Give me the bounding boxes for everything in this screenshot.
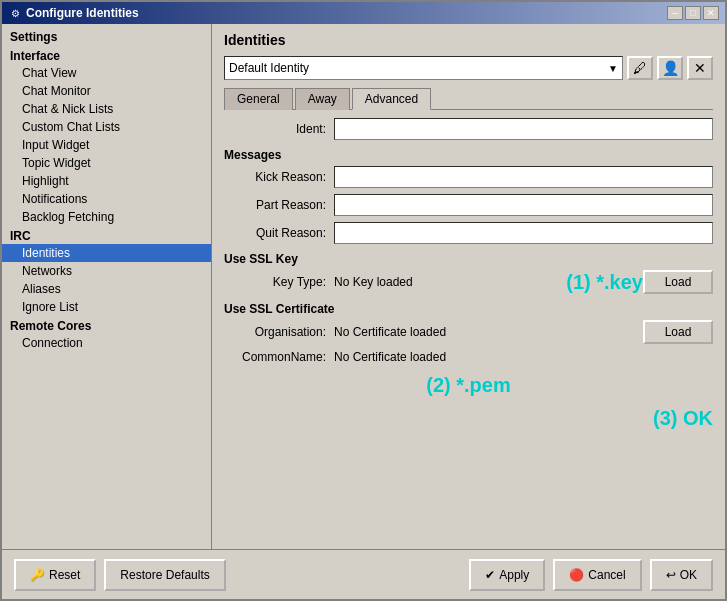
annotation3-row: (3) OK [224,401,713,436]
sidebar-item-highlight[interactable]: Highlight [2,172,211,190]
key-type-label: Key Type: [224,275,334,289]
window-title: Configure Identities [26,6,139,20]
identity-dropdown-value: Default Identity [229,61,309,75]
common-name-value: No Certificate loaded [334,350,713,364]
organisation-label: Organisation: [224,325,334,339]
main-window: ⚙ Configure Identities ─ □ ✕ Settings In… [0,0,727,601]
title-bar-left: ⚙ Configure Identities [8,6,139,20]
dropdown-arrow-icon: ▼ [608,63,618,74]
maximize-button[interactable]: □ [685,6,701,20]
tabs: General Away Advanced [224,88,713,110]
restore-label: Restore Defaults [120,568,209,582]
apply-icon: ✔ [485,568,495,582]
quit-reason-label: Quit Reason: [224,226,334,240]
remote-cores-section: Remote Cores [2,316,211,334]
load-key-button[interactable]: Load [643,270,713,294]
sidebar-item-custom-chat-lists[interactable]: Custom Chat Lists [2,118,211,136]
form-area: Ident: Messages Kick Reason: Part Reason… [224,118,713,541]
cancel-icon: 🔴 [569,568,584,582]
ident-row: Ident: [224,118,713,140]
sidebar-item-networks[interactable]: Networks [2,262,211,280]
annotation3: (3) OK [653,407,713,430]
kick-reason-row: Kick Reason: [224,166,713,188]
messages-section-title: Messages [224,148,713,162]
restore-defaults-button[interactable]: Restore Defaults [104,559,225,591]
organisation-row: Organisation: No Certificate loaded Load [224,320,713,344]
sidebar-item-notifications[interactable]: Notifications [2,190,211,208]
sidebar-item-ignore-list[interactable]: Ignore List [2,298,211,316]
cancel-label: Cancel [588,568,625,582]
common-name-label: CommonName: [224,350,334,364]
kick-reason-input[interactable] [334,166,713,188]
tab-away[interactable]: Away [295,88,350,110]
settings-label: Settings [2,28,211,46]
annotation1: (1) *.key [566,271,643,294]
ok-button[interactable]: ↩ OK [650,559,713,591]
reset-icon: 🔑 [30,568,45,582]
apply-label: Apply [499,568,529,582]
ident-label: Ident: [224,122,334,136]
cancel-button[interactable]: 🔴 Cancel [553,559,641,591]
part-reason-input[interactable] [334,194,713,216]
quit-reason-input[interactable] [334,222,713,244]
delete-identity-button[interactable]: ✕ [687,56,713,80]
irc-section: IRC [2,226,211,244]
reset-label: Reset [49,568,80,582]
sidebar-item-connection[interactable]: Connection [2,334,211,352]
annotation2: (2) *.pem [426,374,510,397]
ssl-key-section-title: Use SSL Key [224,252,713,266]
organisation-value: No Certificate loaded [334,325,643,339]
interface-section: Interface [2,46,211,64]
apply-button[interactable]: ✔ Apply [469,559,545,591]
content-area: Identities Default Identity ▼ 🖊 👤 ✕ Gene… [212,24,725,549]
sidebar-item-topic-widget[interactable]: Topic Widget [2,154,211,172]
sidebar-item-chat-monitor[interactable]: Chat Monitor [2,82,211,100]
key-type-value: No Key loaded [334,275,566,289]
load-cert-button[interactable]: Load [643,320,713,344]
sidebar: Settings Interface Chat View Chat Monito… [2,24,212,549]
tab-general[interactable]: General [224,88,293,110]
ssl-cert-section-title: Use SSL Certificate [224,302,713,316]
sidebar-item-chat-nick-lists[interactable]: Chat & Nick Lists [2,100,211,118]
sidebar-item-input-widget[interactable]: Input Widget [2,136,211,154]
window-body: Settings Interface Chat View Chat Monito… [2,24,725,549]
bottom-bar: 🔑 Reset Restore Defaults ✔ Apply 🔴 Cance… [2,549,725,599]
sidebar-item-aliases[interactable]: Aliases [2,280,211,298]
app-icon: ⚙ [8,6,22,20]
kick-reason-label: Kick Reason: [224,170,334,184]
common-name-row: CommonName: No Certificate loaded [224,350,713,364]
title-buttons: ─ □ ✕ [667,6,719,20]
part-reason-row: Part Reason: [224,194,713,216]
sidebar-item-identities[interactable]: Identities [2,244,211,262]
annotation2-row: (2) *.pem [224,370,713,401]
tab-advanced[interactable]: Advanced [352,88,431,110]
sidebar-item-chat-view[interactable]: Chat View [2,64,211,82]
close-button[interactable]: ✕ [703,6,719,20]
identity-row: Default Identity ▼ 🖊 👤 ✕ [224,56,713,80]
reset-button[interactable]: 🔑 Reset [14,559,96,591]
content-title: Identities [224,32,713,48]
part-reason-label: Part Reason: [224,198,334,212]
ok-icon: ↩ [666,568,676,582]
add-identity-button[interactable]: 👤 [657,56,683,80]
edit-identity-button[interactable]: 🖊 [627,56,653,80]
identity-dropdown[interactable]: Default Identity ▼ [224,56,623,80]
ident-input[interactable] [334,118,713,140]
key-type-row: Key Type: No Key loaded (1) *.key Load [224,270,713,294]
sidebar-item-backlog-fetching[interactable]: Backlog Fetching [2,208,211,226]
title-bar: ⚙ Configure Identities ─ □ ✕ [2,2,725,24]
quit-reason-row: Quit Reason: [224,222,713,244]
ok-label: OK [680,568,697,582]
minimize-button[interactable]: ─ [667,6,683,20]
